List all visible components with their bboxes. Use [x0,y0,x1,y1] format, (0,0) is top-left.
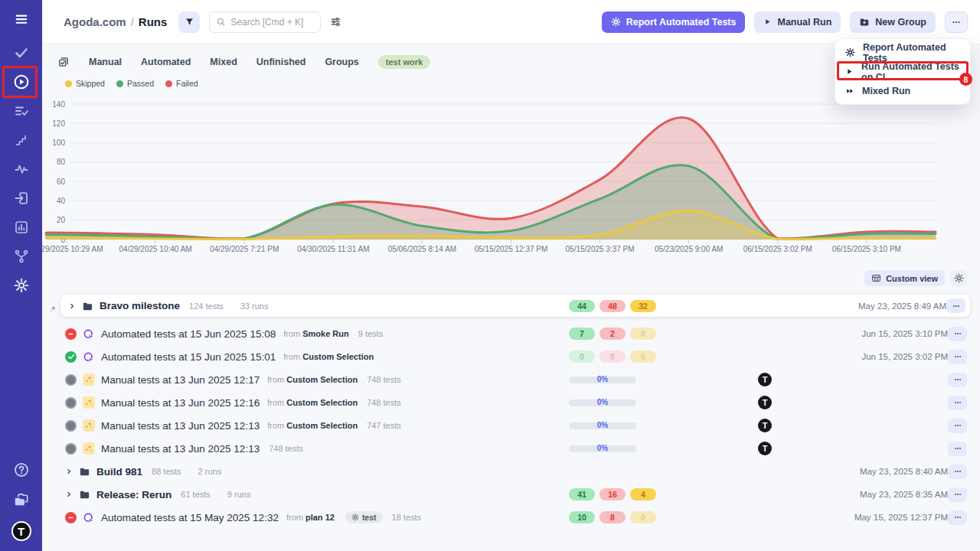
sidebar-item-tests[interactable] [0,38,42,67]
row-menu-button[interactable] [948,487,967,502]
group-title[interactable]: Release: Rerun [96,489,172,500]
run-meta: 9 tests [358,329,390,338]
legend-item-skipped[interactable]: Skipped [65,79,105,88]
row-menu-button[interactable] [946,298,965,313]
page-header: Agoda.com / Runs Report Automated Tests … [42,0,980,44]
expand-chevron-icon[interactable] [65,491,73,498]
assignee-avatar[interactable]: T [758,373,772,386]
custom-view-button[interactable]: Custom view [864,270,945,286]
menu-item-mixed-run[interactable]: Mixed Run [835,81,970,100]
search-box[interactable] [209,11,321,33]
help-button[interactable] [13,461,30,478]
svg-text:20: 20 [57,216,66,224]
svg-text:04/29/2025 7:21 PM: 04/29/2025 7:21 PM [210,245,279,253]
run-title[interactable]: Manual tests at 13 Jun 2025 12:17 [101,374,260,386]
filter-button[interactable] [178,11,200,33]
tab-manual[interactable]: Manual [89,57,122,67]
row-menu-button[interactable] [948,396,967,410]
tab-groups[interactable]: Groups [325,57,358,67]
table-row[interactable]: Manual tests at 13 Jun 2025 12:16from Cu… [42,391,980,414]
table-row[interactable]: Automated tests at 15 May 2025 12:32from… [42,506,980,529]
run-title[interactable]: Automated tests at 15 Jun 2025 15:01 [101,351,276,363]
status-neutral-icon [65,420,77,432]
display-settings-button[interactable] [330,16,341,28]
folders-icon [13,491,30,508]
menu-item-report-automated-tests[interactable]: Report Automated Tests [835,43,970,62]
row-menu-button[interactable] [948,419,967,433]
select-runs-button[interactable] [57,56,70,68]
status-neutral-icon [65,374,77,386]
row-menu-button[interactable] [948,465,967,479]
row-menu-button[interactable] [948,373,967,387]
sidebar-item-import[interactable] [0,184,42,213]
skipped-dot [65,80,72,87]
badge-failed: 8 [599,511,626,523]
expand-chevron-icon[interactable] [68,302,76,310]
assignee-avatar[interactable]: T [758,396,772,409]
table-view-icon [871,273,881,283]
run-title[interactable]: Manual tests at 13 Jun 2025 12:13 [101,443,260,455]
run-title[interactable]: Manual tests at 13 Jun 2025 12:16 [101,397,260,409]
status-neutral-icon [65,397,77,409]
status-neutral-icon [65,443,77,455]
sidebar-item-analytics[interactable] [0,213,42,242]
sidebar-item-pulse[interactable] [0,155,42,184]
sidebar-item-test-plans[interactable] [0,96,42,126]
badge-skipped: 4 [630,488,656,500]
table-row[interactable]: Release: Rerun61 tests9 runs41164May 23,… [42,483,980,506]
expand-chevron-icon[interactable] [65,468,73,475]
table-row[interactable]: Build 98188 tests2 runsMay 23, 2025 8:40… [42,460,980,483]
progress-label: 0% [569,421,636,429]
chevron-right-icon [68,302,76,310]
more-actions-button[interactable] [945,11,968,33]
row-menu-button[interactable] [948,442,967,456]
folder-plus-icon [859,17,870,28]
row-menu-button[interactable] [948,327,967,341]
run-source: from Smoke Run [283,329,349,338]
sidebar-item-settings[interactable] [0,271,42,300]
report-automated-tests-button[interactable]: Report Automated Tests [602,11,746,33]
manual-run-button[interactable]: Manual Run [754,11,841,33]
folder-icon [82,299,93,313]
table-row[interactable]: Automated tests at 15 Jun 2025 15:01from… [42,345,980,368]
legend-item-passed[interactable]: Passed [116,79,154,88]
projects-button[interactable] [13,491,30,508]
tab-automated[interactable]: Automated [141,57,191,67]
minus-icon [67,514,75,522]
legend-item-failed[interactable]: Failed [165,79,198,88]
row-main: Build 98188 tests2 runs [65,465,569,478]
row-menu-button[interactable] [948,350,967,364]
run-title[interactable]: Automated tests at 15 Jun 2025 15:08 [101,328,276,340]
table-row[interactable]: Automated tests at 15 Jun 2025 15:08from… [42,322,980,345]
svg-text:06/15/2025 3:10 PM: 06/15/2025 3:10 PM [832,245,901,253]
sidebar-bottom: T [11,461,31,551]
sidebar-item-runs[interactable] [0,67,42,96]
search-input[interactable] [230,17,314,28]
table-row[interactable]: Manual tests at 13 Jun 2025 12:17from Cu… [42,368,980,391]
menu-item-run-automated-tests-on-ci[interactable]: Run Automated Tests on CI [835,62,970,81]
hamburger-menu-icon[interactable] [0,0,42,38]
run-title[interactable]: Manual tests at 13 Jun 2025 12:13 [101,420,260,432]
sidebar-item-milestones[interactable] [0,126,42,155]
table-row[interactable]: Bravo milestone124 tests33 runs444832May… [60,295,970,317]
filter-tag-badge[interactable]: test work [378,55,430,69]
row-menu-button[interactable] [948,510,967,525]
sidebar-item-branches[interactable] [0,242,42,271]
sparkles-icon [84,375,93,384]
breadcrumb-project[interactable]: Agoda.com [64,15,126,28]
app-logo[interactable]: T [11,521,31,541]
table-row[interactable]: Manual tests at 13 Jun 2025 12:13from Cu… [42,414,980,437]
row-right: T [758,373,948,386]
assignee-avatar[interactable]: T [758,419,772,432]
group-title[interactable]: Bravo milestone [100,300,180,311]
group-title[interactable]: Build 981 [96,466,142,478]
tab-unfinished[interactable]: Unfinished [256,57,306,67]
new-group-button[interactable]: New Group [850,11,936,33]
table-row[interactable]: Manual tests at 13 Jun 2025 12:13748 tes… [42,437,980,460]
view-settings-button[interactable] [950,270,967,286]
tab-mixed[interactable]: Mixed [210,57,237,67]
ellipsis-icon [953,375,962,384]
assignee-avatar[interactable]: T [758,442,772,455]
row-right: May 23, 2025 8:40 AM [758,467,948,476]
run-title[interactable]: Automated tests at 15 May 2025 12:32 [101,512,279,523]
